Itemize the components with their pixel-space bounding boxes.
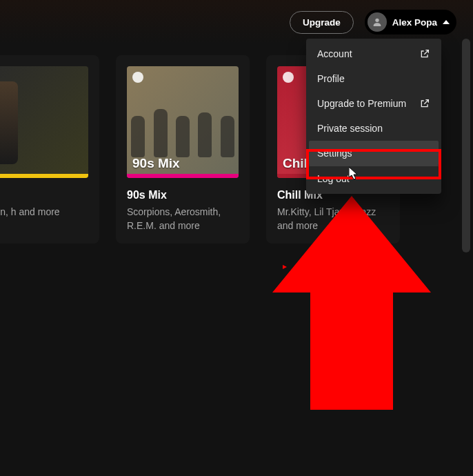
cover-accent bbox=[0, 174, 88, 178]
menu-item-private-session[interactable]: Private session bbox=[309, 116, 439, 141]
playlist-cover: 90s Mix bbox=[127, 66, 239, 178]
topbar: Upgrade Alex Popa bbox=[0, 0, 473, 44]
playlist-title: 90s Mix bbox=[127, 189, 239, 201]
spotify-logo-icon bbox=[132, 72, 143, 83]
menu-item-label: Settings bbox=[317, 148, 352, 159]
menu-item-label: Upgrade to Premium bbox=[317, 98, 406, 109]
menu-item-label: Log out bbox=[317, 173, 350, 184]
profile-name: Alex Popa bbox=[392, 17, 437, 28]
playlist-title: x bbox=[0, 189, 88, 201]
menu-item-label: Private session bbox=[317, 123, 383, 134]
playlist-description: Queen, h and more bbox=[0, 206, 88, 219]
menu-item-account[interactable]: Account bbox=[309, 41, 439, 66]
external-link-icon bbox=[419, 48, 430, 59]
playlist-description: Mr.Kitty, Lil Tjay, Benzz and more bbox=[277, 206, 389, 232]
external-link-icon bbox=[419, 98, 430, 109]
menu-item-label: Account bbox=[317, 48, 352, 59]
scrollbar[interactable] bbox=[462, 39, 470, 252]
playlist-cover: lix bbox=[0, 66, 88, 178]
spotify-logo-icon bbox=[283, 72, 294, 83]
playlist-card[interactable]: lix x Queen, h and more bbox=[0, 55, 99, 244]
menu-item-label: Profile bbox=[317, 73, 345, 84]
user-icon bbox=[372, 17, 383, 28]
profile-dropdown-menu: Account Profile Upgrade to Premium Priva… bbox=[306, 39, 441, 194]
profile-menu-button[interactable]: Alex Popa bbox=[365, 10, 456, 34]
playlist-card[interactable]: 90s Mix 90s Mix Scorpions, Aerosmith, R.… bbox=[116, 55, 250, 244]
upgrade-button[interactable]: Upgrade bbox=[290, 11, 354, 34]
playlist-description: Scorpions, Aerosmith, R.E.M. and more bbox=[127, 206, 239, 232]
menu-item-profile[interactable]: Profile bbox=[309, 66, 439, 91]
avatar bbox=[368, 12, 387, 32]
cover-label: 90s Mix bbox=[132, 156, 180, 171]
menu-item-upgrade[interactable]: Upgrade to Premium bbox=[309, 91, 439, 116]
menu-item-logout[interactable]: Log out bbox=[309, 166, 439, 191]
menu-item-settings[interactable]: Settings bbox=[309, 141, 439, 166]
svg-point-0 bbox=[375, 19, 379, 22]
caret-up-icon bbox=[443, 20, 450, 24]
cover-accent bbox=[127, 174, 239, 178]
